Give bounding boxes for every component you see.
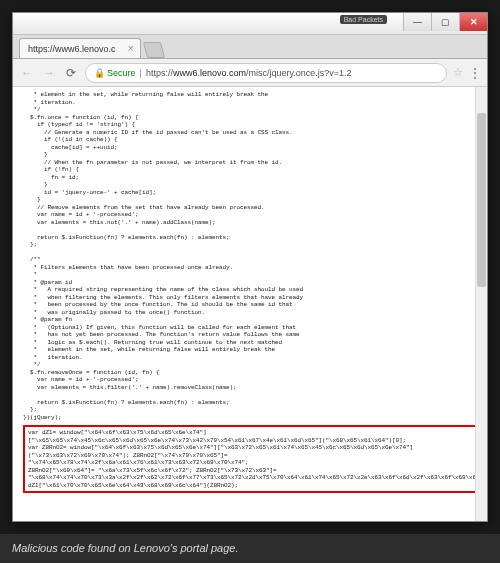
menu-icon[interactable]: ⋮ <box>469 66 481 80</box>
reload-button[interactable]: ⟳ <box>63 65 79 81</box>
minimize-button[interactable]: — <box>403 13 431 31</box>
url-text: https://www6.lenovo.com/misc/jquery.once… <box>146 68 352 78</box>
watermark-badge: Bad Packets <box>340 15 387 24</box>
window-controls: — ▢ ✕ <box>403 13 487 31</box>
title-bar: Bad Packets — ▢ ✕ <box>13 13 487 35</box>
bookmark-icon[interactable]: ☆ <box>453 66 463 79</box>
maximize-button[interactable]: ▢ <box>431 13 459 31</box>
address-bar: ← → ⟳ 🔒 Secure | https://www6.lenovo.com… <box>13 59 487 87</box>
close-button[interactable]: ✕ <box>459 13 487 31</box>
forward-button[interactable]: → <box>41 65 57 81</box>
scrollbar-thumb[interactable] <box>477 113 486 287</box>
tab-strip: https://www6.lenovo.c × <box>13 35 487 59</box>
image-caption: Malicious code found on Lenovo's portal … <box>0 534 500 562</box>
page-viewport: * element in the set, while returning fa… <box>13 87 487 521</box>
back-button[interactable]: ← <box>19 65 35 81</box>
lock-icon: 🔒 Secure <box>94 68 136 78</box>
url-input[interactable]: 🔒 Secure | https://www6.lenovo.com/misc/… <box>85 63 447 83</box>
source-code: * element in the set, while returning fa… <box>23 91 479 421</box>
browser-tab[interactable]: https://www6.lenovo.c × <box>19 38 141 58</box>
tab-title: https://www6.lenovo.c <box>28 44 116 54</box>
malicious-code-highlight: var dZl= window["\x64\x6f\x63\x75\x6d\x6… <box>23 425 479 493</box>
tab-close-icon[interactable]: × <box>128 43 134 54</box>
malicious-code: var dZl= window["\x64\x6f\x63\x75\x6d\x6… <box>28 429 474 489</box>
secure-label: Secure <box>107 68 136 78</box>
browser-window: Bad Packets — ▢ ✕ https://www6.lenovo.c … <box>12 12 488 522</box>
new-tab-button[interactable] <box>142 42 164 58</box>
vertical-scrollbar[interactable] <box>475 87 487 521</box>
